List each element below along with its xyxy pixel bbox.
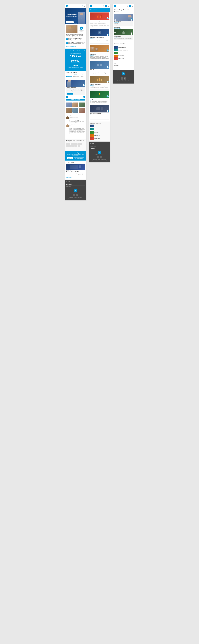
welcome-section: Welcome, Diogo Rodrigues! My courses ALL…: [113, 8, 134, 42]
compare-link[interactable]: In compare: [114, 25, 132, 26]
footer-privacy-3[interactable]: Privacy: [122, 80, 124, 81]
tab-startup[interactable]: Startup / Graduate: [73, 76, 80, 77]
learn-more-button[interactable]: LEARN MORE: [67, 93, 73, 94]
footer-privacy-2[interactable]: Privacy: [98, 159, 100, 160]
latest-next[interactable]: ›: [131, 32, 132, 33]
explore-all-button[interactable]: EXPLORE ALL COURSES: [66, 99, 85, 100]
carousel-next[interactable]: ›: [131, 19, 132, 21]
footer-terms-3[interactable]: Terms of Use: [117, 80, 121, 81]
col3-cat-marketing[interactable]: MARKETING: [114, 54, 133, 57]
facebook-icon-3[interactable]: f: [121, 78, 123, 80]
more-about-link[interactable]: MORE ABOUT HP LIFE: [66, 46, 76, 47]
logo-col1[interactable]: hp LIFE: [66, 5, 72, 7]
op-cat-maximizing: Operations: [90, 22, 109, 22]
menu-icon[interactable]: ☰: [84, 5, 85, 7]
cat-row-comm[interactable]: COMMUNICATION: [90, 124, 109, 127]
col3-cat-ops[interactable]: OPERATIONS: [114, 57, 133, 60]
footer-hp-circle: hp: [74, 189, 77, 192]
carousel-prev[interactable]: ‹: [114, 19, 116, 21]
footer-cookies[interactable]: Use of cookies: [78, 197, 82, 198]
dot-2[interactable]: [75, 23, 76, 24]
hp-life-label-2: LIFE: [93, 5, 96, 7]
tab-communication[interactable]: Communication: [66, 76, 72, 77]
next-course-arrow[interactable]: ›: [83, 96, 85, 98]
join-now-button[interactable]: JOIN NOW: [67, 157, 73, 159]
menu-icon-3[interactable]: ☰: [132, 5, 133, 7]
cat-row-ops[interactable]: OPERATIONS: [90, 137, 109, 140]
hp-life-nav-hplife[interactable]: HP LIFE ›: [114, 62, 133, 64]
footer-terms[interactable]: Terms of Use: [69, 197, 73, 198]
my-courses-carousel: hp ‹ › Business Email Communication © HP…: [114, 14, 133, 26]
feature-1-icon: ★: [66, 38, 68, 40]
footer-nav-hplife-2[interactable]: HP LIFE ›: [90, 142, 109, 145]
people-photo-5: [72, 108, 78, 112]
search-icon-2[interactable]: 🔍: [103, 5, 104, 7]
footer-terms-2[interactable]: Terms of Use: [93, 159, 97, 160]
op-desc-inventory: Learn why inventory management is essent…: [90, 86, 109, 88]
hp-life-nav-community[interactable]: COMMUNITY ›: [114, 64, 133, 67]
footer-nav-courses-2[interactable]: COURSES ›: [90, 148, 109, 150]
footer-col3: hp An HP Foundation program f in Terms o…: [113, 70, 134, 84]
stat-3-number: 200+: [66, 64, 85, 67]
user-icon-2[interactable]: 👤: [105, 5, 107, 7]
footer-nav-community[interactable]: COMMUNITY ›: [66, 183, 85, 186]
footer-foundation-badge-3: hp An HP Foundation program: [119, 72, 128, 76]
prev-course-arrow[interactable]: ‹: [66, 96, 68, 98]
op-title-maximizing: Maximizing Capacity: [90, 20, 109, 22]
op-desc-crm: Learn how to use a customer relationship…: [90, 56, 109, 59]
search-icon-3[interactable]: 🔍: [126, 5, 128, 7]
enroll-button[interactable]: ENROLL NOW: [66, 22, 74, 23]
explore-courses-button[interactable]: EXPLORE COURSES: [74, 157, 84, 159]
facebook-icon[interactable]: f: [73, 194, 75, 196]
footer-nav-courses[interactable]: COURSES ›: [66, 186, 85, 188]
facebook-icon-2[interactable]: f: [97, 156, 99, 158]
latest-courses-view-all[interactable]: SEE ALL COURSES >: [114, 28, 133, 29]
search-icon[interactable]: 🔍: [82, 5, 83, 7]
footer-privacy[interactable]: Privacy: [74, 197, 76, 198]
carousel-dots: [74, 23, 77, 24]
col3-cat-thumb-startup: [114, 49, 118, 52]
footer-hp-logo-2: hp An HP Foundation program: [90, 151, 109, 155]
cat-row-startup[interactable]: STARTUP / GRADUATE: [90, 128, 109, 130]
tab-more[interactable]: M: [66, 78, 68, 79]
linkedin-icon-2[interactable]: in: [100, 156, 102, 158]
col3-cat-thumb-marketing: [114, 54, 118, 57]
partner-unwomen: UN WOMEN: [66, 145, 71, 146]
dot-1[interactable]: [74, 23, 75, 24]
logo-col3[interactable]: hp LIFE: [114, 5, 120, 7]
user-icon-3[interactable]: 👤: [129, 5, 131, 7]
tab-finance[interactable]: Finance: [80, 76, 84, 77]
footer-nav-community-2[interactable]: COMMUNITY ›: [90, 145, 109, 148]
hp-life-nav-courses[interactable]: COURSES ›: [114, 67, 133, 69]
menu-icon-2[interactable]: ☰: [108, 5, 109, 7]
footer-nav-hplife[interactable]: HP LIFE ›: [66, 181, 85, 183]
latest-courses-title: Latest courses: [114, 27, 133, 28]
footer-copyright-col1: © Copyright 2020 HP Development Company,…: [66, 198, 85, 199]
latest-prev[interactable]: ‹: [114, 32, 116, 33]
op-badge-6: hp: [107, 95, 109, 98]
footer-nav-hplife-label: HP LIFE: [66, 182, 70, 182]
linkedin-icon[interactable]: in: [76, 194, 78, 196]
my-courses-view-all[interactable]: ALL IN PROGRESS 4: [114, 12, 133, 13]
news-see-more[interactable]: SEE MORE >: [66, 177, 72, 178]
testimonials-see-more[interactable]: SEE MORE >: [66, 137, 72, 138]
info-banner: hp An HP Foundationprogram: [66, 25, 85, 33]
cat-thumb-ops: [90, 137, 94, 140]
partners-see-all[interactable]: SEE ALL PARTNERS >: [66, 148, 76, 150]
testimonial-1-quote-mark: ": [69, 118, 85, 120]
footer-cookies-3[interactable]: Use of cookies: [125, 80, 130, 81]
dot-3[interactable]: [76, 23, 77, 24]
explore-cat-view-all-col3[interactable]: EXPLORE ALL COURSES >: [114, 44, 133, 46]
col3-cat-startup[interactable]: STARTUP / GRADUATE: [114, 49, 133, 52]
logo-col2[interactable]: hp LIFE: [90, 5, 96, 7]
footer-nav-community-chevron: ›: [85, 184, 85, 185]
footer-cookies-2[interactable]: Use of cookies: [101, 159, 106, 160]
linkedin-icon-3[interactable]: in: [124, 78, 126, 80]
cat-row-marketing[interactable]: MARKETING: [90, 134, 109, 137]
op-cat-inventory: Operations: [90, 85, 109, 86]
ops-courses: hp Maximizing Capacity Operations Learn …: [89, 12, 110, 122]
cat-thumb-startup: [90, 128, 94, 130]
col3-cat-finance[interactable]: FINANCE: [114, 52, 133, 54]
col3-cat-comm[interactable]: COMMUNICATION: [114, 46, 133, 48]
cat-row-finance[interactable]: FINANCE: [90, 131, 109, 134]
